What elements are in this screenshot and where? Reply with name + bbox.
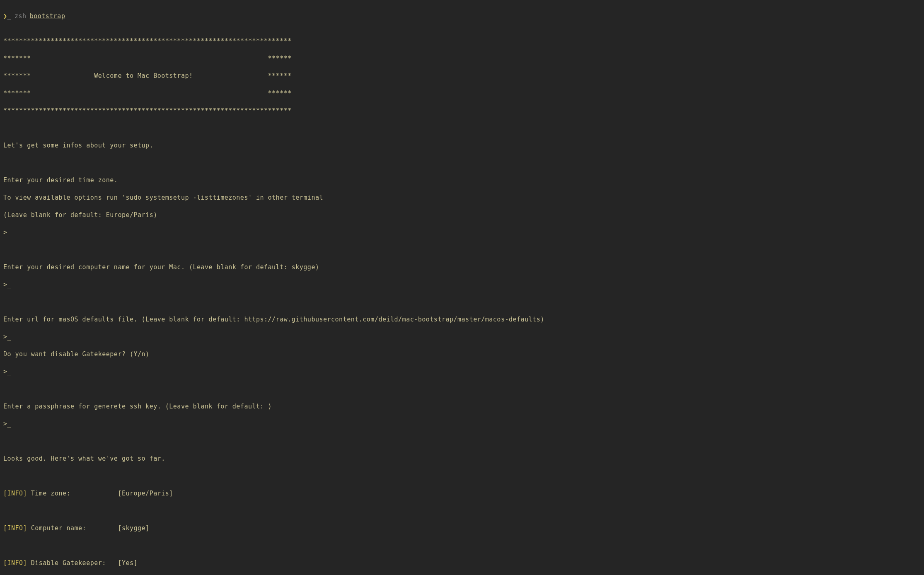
banner-welcome: ******* Welcome to Mac Bootstrap! ****** (3, 72, 921, 80)
computername-prompt: Enter your desired computer name for you… (3, 263, 921, 272)
gatekeeper-input[interactable]: >_ (3, 367, 921, 376)
banner-side: ******* ****** (3, 89, 921, 98)
info-value: [Yes] (118, 559, 138, 567)
info-tag: [INFO] (3, 559, 27, 567)
timezone-input[interactable]: >_ (3, 228, 921, 237)
defaultsfile-prompt: Enter url for masOS defaults file. (Leav… (3, 315, 921, 324)
info-row-timezone: [INFO] Time zone: [Europe/Paris] (3, 489, 921, 498)
info-label: Computer name: (31, 524, 110, 532)
passphrase-input[interactable]: >_ (3, 420, 921, 428)
passphrase-prompt: Enter a passphrase for generete ssh key.… (3, 402, 921, 411)
command-text: bootstrap (30, 12, 65, 21)
intro-text: Let's get some infos about your setup. (3, 141, 921, 150)
info-tag: [INFO] (3, 490, 27, 497)
timezone-prompt-line3: (Leave blank for default: Europe/Paris) (3, 211, 921, 220)
banner-side: ******* ****** (3, 54, 921, 63)
terminal-window[interactable]: ❯_ zshbootstrap ************************… (3, 3, 921, 575)
timezone-prompt-line2: To view available options run 'sudo syst… (3, 193, 921, 202)
info-value: [Europe/Paris] (118, 490, 173, 497)
banner-top: ****************************************… (3, 37, 921, 46)
timezone-prompt-line1: Enter your desired time zone. (3, 176, 921, 185)
info-row-gatekeeper: [INFO] Disable Gatekeeper: [Yes] (3, 559, 921, 568)
prompt-underscore: _ (7, 12, 12, 21)
info-label: Time zone: (31, 490, 110, 497)
defaultsfile-input[interactable]: >_ (3, 333, 921, 341)
gatekeeper-prompt: Do you want disable Gatekeeper? (Y/n) (3, 350, 921, 359)
prompt-arrow-icon: ❯ (3, 12, 7, 21)
info-tag: [INFO] (3, 524, 27, 532)
computername-input[interactable]: >_ (3, 280, 921, 289)
command-prompt-line: ❯_ zshbootstrap (3, 12, 921, 21)
info-label: Disable Gatekeeper: (31, 559, 110, 567)
banner-bottom: ****************************************… (3, 106, 921, 115)
info-value: [skygge] (118, 524, 149, 532)
shell-name: zsh (15, 12, 27, 21)
summary-header: Looks good. Here's what we've got so far… (3, 454, 921, 463)
info-row-computername: [INFO] Computer name: [skygge] (3, 524, 921, 533)
